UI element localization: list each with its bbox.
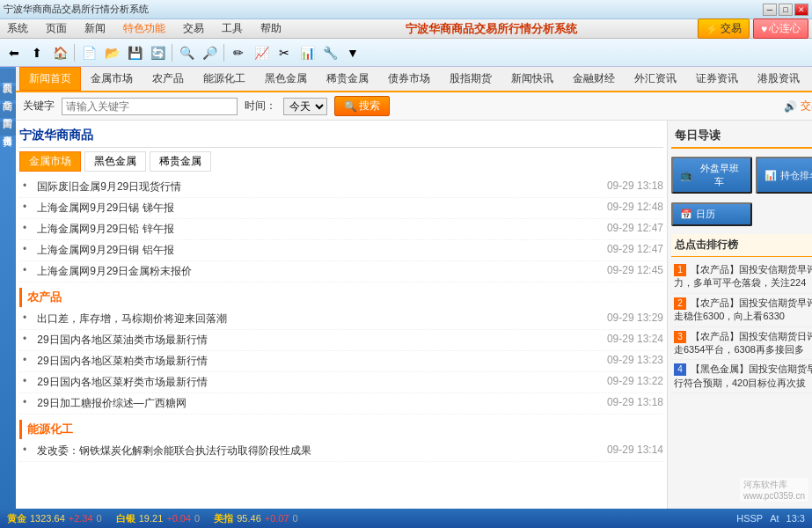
agri-news-title-4[interactable]: 29日国内各地区菜籽类市场最新行情: [37, 375, 600, 390]
metal-news-4: 上海金属网9月29日铜 铝午报 09-29 12:47: [19, 240, 663, 261]
toolbar-home[interactable]: 🏠: [49, 42, 70, 63]
toolbar-search[interactable]: 🔍: [176, 42, 197, 63]
tab-stock-futures[interactable]: 股指期货: [440, 67, 501, 91]
agri-news-title-2[interactable]: 29日国内各地区菜油类市场最新行情: [37, 333, 600, 348]
menu-feature[interactable]: 特色功能: [120, 19, 169, 38]
tab-news-fast[interactable]: 新闻快讯: [501, 67, 563, 91]
rank-item-4[interactable]: 4 【黑色金属】国投安信期货早：上行符合预期，420目标位再次拔: [671, 360, 812, 393]
menu-help[interactable]: 帮助: [257, 19, 285, 38]
agri-section-title: 农产品: [19, 288, 663, 307]
sidebar-rare-metals[interactable]: 稀贵金属: [0, 121, 16, 136]
tab-securities[interactable]: 证券资讯: [686, 67, 748, 91]
metal-news-time-3: 09-29 12:47: [607, 222, 663, 237]
maximize-btn[interactable]: □: [779, 4, 793, 16]
daily-guide-buttons: 📺 外盘早班车 📊 持仓排名 📅 日历: [671, 154, 812, 229]
tab-agri[interactable]: 农产品: [143, 67, 194, 91]
tab-bonds[interactable]: 债券市场: [378, 67, 440, 91]
toolbar-zoom[interactable]: 🔎: [199, 42, 220, 63]
tab-rare-metals[interactable]: 稀贵金属: [317, 67, 378, 91]
toolbar-open[interactable]: 📂: [101, 42, 122, 63]
time-select[interactable]: 今天 本周 本月: [283, 98, 327, 115]
search-button[interactable]: 🔍 搜索: [334, 96, 390, 116]
toolbar-settings[interactable]: 🔧: [319, 42, 340, 63]
minimize-btn[interactable]: ─: [763, 4, 777, 16]
app-title: 宁波华商商品交易所行情分析系统: [296, 21, 687, 37]
tab-forex[interactable]: 外汇资讯: [625, 67, 686, 91]
silver-extra: 0: [194, 513, 200, 524]
toolbar-bar[interactable]: 📊: [296, 42, 318, 63]
right-sidebar: 每日导读 📺 外盘早班车 📊 持仓排名 📅 日历 总点击排行榜: [667, 121, 812, 509]
menu-tools[interactable]: 工具: [218, 19, 246, 38]
us-index-status: 美指 95.46 +0.07 0: [214, 512, 298, 525]
window-title: 宁波华商商品交易所行情分析系统: [4, 3, 149, 16]
toolbar-save[interactable]: 💾: [124, 42, 145, 63]
time-label: 时间：: [245, 99, 276, 114]
tab-metals[interactable]: 金属市场: [81, 67, 143, 91]
cat-tab-black[interactable]: 黑色金属: [84, 151, 146, 172]
menu-trade[interactable]: 交易: [179, 19, 208, 38]
energy-news-title-1[interactable]: 发改委：钢铁煤炭化解剩余能联合执法行动取得阶段性成果: [37, 444, 600, 458]
content-area: 新闻首页 金属市场 农产品 能源化工 黑色金属 稀贵金属 债券市场 股指期货 新…: [16, 67, 812, 509]
nav-tabs: 新闻首页 金属市场 农产品 能源化工 黑色金属 稀贵金属 债券市场 股指期货 新…: [16, 67, 812, 92]
sidebar-domestic[interactable]: 国内期货: [0, 104, 16, 118]
early-market-btn[interactable]: 📺 外盘早班车: [671, 157, 752, 194]
sidebar-huashang[interactable]: 华商商品: [0, 86, 16, 100]
rank-item-3[interactable]: 3 【农产品】国投安信期货日评：高走6354平台，6308再多接回多: [671, 327, 812, 361]
watermark-line2: www.pc0359.cn: [743, 491, 805, 501]
tab-energy[interactable]: 能源化工: [194, 67, 255, 91]
toolbar-refresh[interactable]: 🔄: [147, 42, 168, 63]
tv-icon: 📺: [680, 170, 692, 181]
metal-news-3: 上海金属网9月29日铅 锌午报 09-29 12:47: [19, 219, 663, 240]
toolbar-chart[interactable]: 📈: [251, 42, 272, 63]
agri-news-title-3[interactable]: 29日国内各地区菜粕类市场最新行情: [37, 354, 600, 369]
tab-finance[interactable]: 金融财经: [563, 67, 625, 91]
rank-num-3: 3: [674, 331, 686, 343]
rank-item-1[interactable]: 1 【农产品】国投安信期货早评：给力，多单可平仓落袋，关注224: [671, 260, 812, 294]
metal-news-title-5[interactable]: 上海金属网9月29日金属粉末报价: [37, 264, 600, 279]
toolbar-up[interactable]: ⬆: [26, 42, 48, 63]
rank-item-2[interactable]: 2 【农产品】国投安信期货早评：高走稳住6300，向上看6330: [671, 294, 812, 327]
keyword-label: 关键字: [23, 99, 55, 114]
menu-system[interactable]: 系统: [4, 19, 32, 38]
toolbar-filter[interactable]: ▼: [342, 42, 363, 63]
toolbar-cut[interactable]: ✂: [274, 42, 295, 63]
calendar-btn[interactable]: 📅 日历: [671, 202, 752, 226]
metal-news-title-3[interactable]: 上海金属网9月29日铅 锌午报: [37, 222, 600, 237]
exchange-notice: 🔊 交易 易: [784, 99, 812, 114]
silver-change: +0.04: [166, 513, 191, 524]
tab-black-metal[interactable]: 黑色金属: [255, 67, 317, 91]
toolbar-new[interactable]: 📄: [78, 42, 99, 63]
metal-news-time-2: 09-29 12:48: [607, 201, 663, 216]
sidebar-my-page[interactable]: 我的页面: [0, 69, 16, 83]
agri-news-2: 29日国内各地区菜油类市场最新行情 09-29 13:24: [19, 330, 663, 351]
metal-news-title-2[interactable]: 上海金属网9月29日锡 锑午报: [37, 201, 600, 216]
silver-label: 白银: [116, 512, 135, 525]
calendar-icon: 📅: [680, 209, 692, 220]
metal-news-title-4[interactable]: 上海金属网9月29日铜 铝午报: [37, 243, 600, 258]
trade-button[interactable]: ⚡ 交易: [698, 18, 750, 39]
position-rank-btn[interactable]: 📊 持仓排名: [756, 157, 812, 194]
energy-section-title: 能源化工: [19, 420, 663, 439]
silver-value: 19.21: [139, 513, 164, 524]
tab-news-home[interactable]: 新闻首页: [19, 67, 81, 91]
cat-tab-metals[interactable]: 金属市场: [19, 151, 81, 172]
metal-news-time-5: 09-29 12:45: [607, 264, 663, 279]
menu-page[interactable]: 页面: [42, 19, 70, 38]
heart-button[interactable]: ♥ 心连心: [753, 18, 808, 39]
agri-news-time-2: 09-29 13:24: [607, 333, 663, 348]
search-input[interactable]: [62, 98, 238, 115]
us-index-change: +0.07: [265, 513, 289, 524]
menu-action-buttons: ⚡ 交易 ♥ 心连心: [698, 18, 808, 39]
toolbar-back[interactable]: ⬅: [4, 42, 25, 63]
agri-news-title-1[interactable]: 出口差，库存增，马棕期价将迎来回落潮: [37, 312, 600, 326]
status-right-info: HSSP At 13:3: [736, 513, 805, 524]
metal-news-title-1[interactable]: 国际废旧金属9月29日现货行情: [37, 180, 600, 194]
energy-news-1: 发改委：钢铁煤炭化解剩余能联合执法行动取得阶段性成果 09-29 13:14: [19, 441, 663, 462]
cat-tab-rare[interactable]: 稀贵金属: [150, 151, 211, 172]
agri-news-title-5[interactable]: 29日加工糖报价综述—广西糖网: [37, 396, 600, 411]
toolbar-pen[interactable]: ✏: [228, 42, 249, 63]
menu-news[interactable]: 新闻: [81, 19, 109, 38]
tab-hk-stocks[interactable]: 港股资讯: [748, 67, 809, 91]
metal-news-2: 上海金属网9月29日锡 锑午报 09-29 12:48: [19, 198, 663, 219]
close-btn[interactable]: ✕: [794, 4, 808, 16]
